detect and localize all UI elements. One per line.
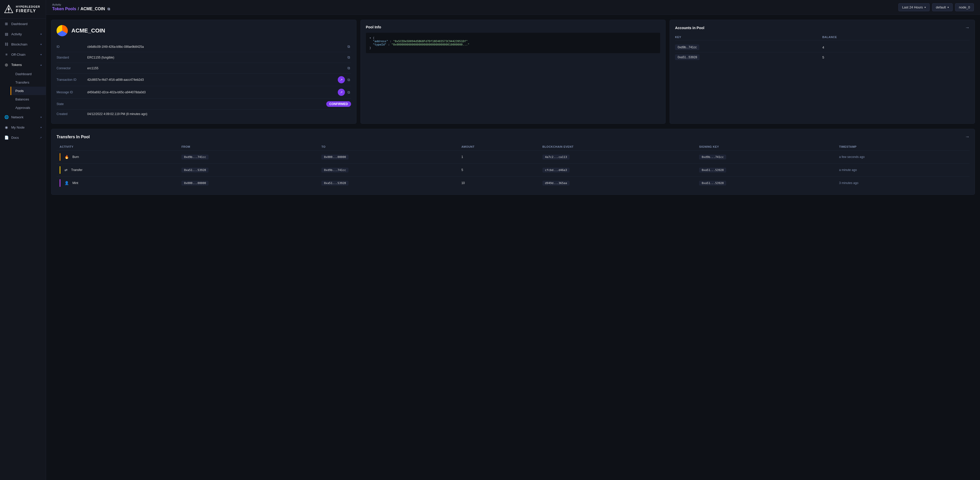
cell-blockchain-event-2: d949d...365aa — [539, 177, 696, 190]
accounts-header: Accounts in Pool → — [675, 25, 969, 30]
external-link-msgid-button[interactable]: ↗ — [338, 89, 345, 96]
field-value-created: 04/12/2022 4:09:02.119 PM (8 minutes ago… — [87, 112, 351, 116]
accounts-card: Accounts in Pool → KEY BALANCE 0xd9b...7… — [670, 20, 975, 124]
sidebar-item-docs[interactable]: 📄 Docs ↗ — [0, 132, 46, 143]
col-balance-label: BALANCE — [822, 35, 969, 39]
cell-signing-key-0: 0xd9b...741cc — [696, 150, 836, 163]
signing-key-0: 0xd9b...741cc — [699, 155, 726, 160]
accounts-col-header: KEY BALANCE — [675, 34, 969, 40]
breadcrumb-link[interactable]: Token Pools — [52, 6, 76, 11]
field-state: State CONFIRMED — [57, 99, 351, 110]
activity-icon: ▤ — [4, 32, 9, 36]
blockchain-icon: ⛓ — [4, 42, 9, 46]
svg-point-2 — [8, 8, 10, 10]
mynode-icon: ◉ — [4, 125, 9, 130]
transfers-header-row: ACTIVITY FROM TO AMOUNT BLOCKCHAIN EVENT… — [57, 143, 969, 150]
sidebar-item-activity[interactable]: ▤ Activity ▾ — [0, 29, 46, 39]
col-key-label: KEY — [675, 35, 822, 39]
tokens-icon: ◎ — [4, 62, 9, 67]
breadcrumb-current: ACME_COIN — [80, 6, 105, 11]
activity-label-2: Mint — [72, 181, 78, 185]
subnav-item-pools[interactable]: Pools — [11, 87, 46, 95]
account-key-1: 0xa51...53928 — [675, 54, 700, 60]
accounts-arrow-icon[interactable]: → — [965, 25, 969, 30]
to-address-0: 0x000...00000 — [321, 155, 348, 160]
signing-key-1: 0xa51...53928 — [699, 168, 726, 173]
external-link-icon: ↗ — [40, 136, 42, 139]
sidebar-item-dashboard[interactable]: ⊞ Dashboard — [0, 19, 46, 29]
activity-icon-2: 👤 — [64, 181, 69, 185]
cell-signing-key-2: 0xa51...53928 — [696, 177, 836, 190]
field-label-msgid: Message ID — [57, 90, 87, 94]
field-label-standard: Standard — [57, 56, 87, 59]
sidebar-item-network[interactable]: 🌐 Network ▾ — [0, 112, 46, 122]
sidebar-item-mynode[interactable]: ◉ My Node ▾ — [0, 122, 46, 132]
to-address-2: 0xa51...53928 — [321, 181, 348, 185]
timestamp-2: 3 minutes ago — [839, 181, 858, 185]
copy-breadcrumb-icon[interactable]: ⧉ — [107, 7, 110, 11]
namespace-label: default — [936, 5, 946, 9]
copy-standard-button[interactable]: ⧉ — [347, 55, 351, 60]
account-row: 0xd9b...741cc 4 — [675, 43, 969, 52]
timestamp-1: a minute ago — [839, 168, 857, 172]
sidebar-item-offchain[interactable]: ≡ Off-Chain ▾ — [0, 49, 46, 60]
signing-key-2: 0xa51...53928 — [699, 181, 726, 185]
field-value-standard: ERC1155 (fungible) — [87, 56, 347, 59]
activity-indicator-0 — [60, 153, 60, 161]
cell-timestamp-0: a few seconds ago — [836, 150, 969, 163]
transfers-arrow-icon[interactable]: → — [965, 134, 969, 139]
copy-connector-button[interactable]: ⧉ — [347, 65, 351, 71]
field-label-connector: Connector — [57, 67, 87, 70]
namespace-button[interactable]: default ▾ — [932, 3, 953, 11]
field-connector: Connector erc1155 ⧉ — [57, 63, 351, 74]
logo-sub: FIREFLY — [16, 9, 40, 13]
chevron-icon: ▾ — [40, 33, 42, 35]
blockchain-event-0: 4a7c2...ca113 — [542, 155, 570, 160]
blockchain-event-2: d949d...365aa — [542, 181, 570, 185]
sidebar-item-blockchain[interactable]: ⛓ Blockchain ▾ — [0, 39, 46, 49]
sidebar-item-tokens[interactable]: ◎ Tokens ▴ — [0, 60, 46, 70]
sidebar-item-label: Network — [11, 115, 24, 119]
field-msgid: Message ID d456a692-d2ce-402a-b65c-a9440… — [57, 86, 351, 99]
subnav-item-dashboard[interactable]: Dashboard — [11, 70, 46, 78]
firefly-logo-icon — [4, 5, 13, 14]
cell-to-0: 0x000...00000 — [318, 150, 458, 163]
copy-msgid-button[interactable]: ⧉ — [347, 90, 351, 95]
col-amount: AMOUNT — [458, 143, 539, 150]
subnav-item-approvals[interactable]: Approvals — [11, 103, 46, 112]
table-row[interactable]: 👤 Mint 0x000...00000 0xa51...53928 10 d9… — [57, 177, 969, 190]
pool-info-card: Pool Info ▾ { "address" : "0x5CEDe5D094d… — [361, 20, 666, 124]
copy-txid-button[interactable]: ⧉ — [347, 77, 351, 82]
table-row[interactable]: ⇄ Transfer 0xa51...53928 0xd9b...741cc 5… — [57, 163, 969, 177]
activity-label-1: Transfer — [71, 168, 83, 172]
blockchain-event-1: cfcbd...d46a3 — [542, 168, 570, 173]
network-icon: 🌐 — [4, 115, 9, 119]
field-txid: Transaction ID 42c8657e-f4d7-4f16-a698-a… — [57, 74, 351, 86]
offchain-icon: ≡ — [4, 52, 9, 57]
chevron-icon: ▾ — [40, 43, 42, 46]
breadcrumb-separator: / — [78, 6, 79, 11]
col-blockchain-event: BLOCKCHAIN EVENT — [539, 143, 696, 150]
cell-blockchain-event-0: 4a7c2...ca113 — [539, 150, 696, 163]
cell-activity-2: 👤 Mint — [57, 177, 178, 190]
cell-from-2: 0x000...00000 — [178, 177, 318, 190]
field-created: Created 04/12/2022 4:09:02.119 PM (8 min… — [57, 110, 351, 118]
field-id: ID cb6d6c09-1f49-426a-b9bc-08fae9b8425a … — [57, 41, 351, 52]
dropdown-arrow-icon: ▾ — [924, 6, 926, 9]
field-label-id: ID — [57, 45, 87, 49]
node-button[interactable]: node_0 — [955, 3, 974, 11]
from-address-1: 0xa51...53928 — [181, 168, 208, 173]
field-label-txid: Transaction ID — [57, 78, 87, 82]
time-filter-button[interactable]: Last 24 Hours ▾ — [898, 3, 930, 11]
external-link-txid-button[interactable]: ↗ — [338, 76, 345, 83]
copy-id-button[interactable]: ⧉ — [347, 44, 351, 49]
accounts-title: Accounts in Pool — [675, 26, 704, 30]
subnav-item-transfers[interactable]: Transfers — [11, 78, 46, 87]
subnav-item-balances[interactable]: Balances — [11, 95, 46, 103]
table-row[interactable]: 🔥 Burn 0xd9b...741cc 0x000...00000 1 4a7… — [57, 150, 969, 163]
field-value-id: cb6d6c09-1f49-426a-b9bc-08fae9b8425a — [87, 45, 347, 49]
col-signing-key: SIGNING KEY — [696, 143, 836, 150]
from-address-0: 0xd9b...741cc — [181, 155, 208, 160]
activity-icon-0: 🔥 — [64, 155, 69, 159]
transfers-card: Transfers In Pool → ACTIVITY FROM TO AMO… — [51, 129, 975, 195]
